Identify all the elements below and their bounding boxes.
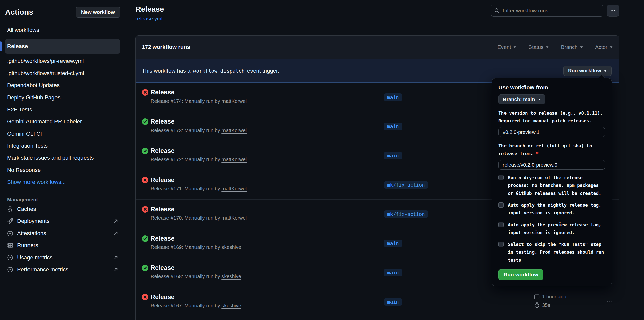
- ref-field-label: The branch or ref (full git sha) to rele…: [498, 142, 605, 157]
- run-workflow-submit-button[interactable]: Run workflow: [498, 269, 543, 280]
- success-status-icon: [142, 235, 148, 242]
- version-input[interactable]: [498, 127, 605, 137]
- run-description-text: Release #167: Manually run by: [151, 303, 221, 308]
- run-workflow-dropdown-label: Run workflow: [568, 68, 601, 74]
- sidebar-item-mark-stale-issues-and-pull-requests[interactable]: Mark stale issues and pull requests: [5, 152, 120, 164]
- run-title-link[interactable]: Release: [151, 293, 241, 301]
- run-summary: ReleaseRelease #167: Manually run by ske…: [151, 295, 241, 309]
- sidebar-item-deploy-github-pages[interactable]: Deploy GitHub Pages: [5, 91, 120, 104]
- checkbox[interactable]: [498, 222, 504, 227]
- sidebar-item-dependabot-updates[interactable]: Dependabot Updates: [5, 79, 120, 91]
- sidebar-item-github-workflows-pr-review-yml[interactable]: .github/workflows/pr-review.yml: [5, 55, 120, 67]
- run-title-link[interactable]: Release: [151, 235, 241, 242]
- workflow-name: Gemini CLI CI: [7, 131, 42, 137]
- management-section-label: Management: [5, 196, 120, 203]
- run-title-link[interactable]: Release: [151, 147, 247, 154]
- new-workflow-button[interactable]: New workflow: [76, 7, 120, 18]
- actor-link[interactable]: mattKorwel: [221, 127, 247, 133]
- filter-runs-input[interactable]: [491, 5, 603, 17]
- run-description: Release #168: Manually run by skeshive: [151, 274, 241, 279]
- management-nav: CachesDeploymentsAttestationsRunnersUsag…: [5, 203, 120, 276]
- sidebar-item-usage-metrics[interactable]: Usage metrics: [5, 251, 120, 264]
- checkbox-label: Run a dry-run of the release process; no…: [508, 174, 605, 197]
- run-title-link[interactable]: Release: [151, 89, 247, 96]
- sidebar-item-all-workflows[interactable]: All workflows: [5, 25, 120, 36]
- run-summary: ReleaseRelease #174: Manually run by mat…: [151, 90, 247, 104]
- sidebar-header: Actions New workflow: [5, 6, 120, 18]
- run-workflow-popup: Use workflow from Branch: main The versi…: [492, 78, 612, 286]
- actor-link[interactable]: mattKorwel: [221, 157, 247, 162]
- branch-selector-label: Branch: main: [503, 97, 535, 102]
- version-field-label: The version to release (e.g., v0.1.11). …: [498, 109, 605, 125]
- workflow-title: Release: [135, 5, 164, 14]
- sidebar-item-runners[interactable]: Runners: [5, 239, 120, 251]
- management-item-label: Runners: [17, 242, 38, 249]
- actor-link[interactable]: skeshive: [221, 244, 241, 250]
- checkbox[interactable]: [498, 242, 504, 247]
- checkbox-label: Auto apply the nightly release tag, inpu…: [508, 201, 605, 217]
- filter-label: Branch: [561, 44, 578, 50]
- run-duration: 35s: [542, 302, 550, 308]
- run-duration-line: 35s: [534, 301, 566, 309]
- run-title-link[interactable]: Release: [151, 206, 247, 213]
- sidebar-item-attestations[interactable]: Attestations: [5, 227, 120, 239]
- filter-branch[interactable]: Branch: [561, 44, 583, 50]
- branch-badge[interactable]: main: [384, 152, 402, 159]
- sidebar-item-no-response[interactable]: No Response: [5, 164, 120, 176]
- sidebar-divider: [4, 191, 122, 191]
- actor-link[interactable]: mattKorwel: [221, 186, 247, 191]
- sidebar-item-caches[interactable]: Caches: [5, 203, 120, 215]
- sidebar-item-deployments[interactable]: Deployments: [5, 215, 120, 227]
- sidebar-item-github-workflows-trusted-ci-yml[interactable]: .github/workflows/trusted-ci.yml: [5, 67, 120, 79]
- run-title-link[interactable]: Release: [151, 118, 247, 125]
- failure-status-icon: [142, 89, 148, 96]
- sidebar-divider: [4, 36, 122, 36]
- actor-link[interactable]: skeshive: [221, 274, 241, 279]
- run-summary: ReleaseRelease #168: Manually run by ske…: [151, 266, 241, 279]
- actor-link[interactable]: mattKorwel: [221, 98, 247, 104]
- filter-event[interactable]: Event: [497, 44, 516, 50]
- run-description-text: Release #173: Manually run by: [151, 127, 221, 133]
- meter-icon: [7, 254, 13, 261]
- run-description-text: Release #174: Manually run by: [151, 98, 221, 104]
- branch-badge[interactable]: main: [384, 123, 402, 130]
- filter-label: Actor: [595, 44, 607, 50]
- run-description: Release #171: Manually run by mattKorwel: [151, 186, 247, 192]
- management-item-label: Deployments: [17, 218, 49, 225]
- run-description-text: Release #169: Manually run by: [151, 244, 221, 250]
- branch-selector-button[interactable]: Branch: main: [498, 94, 545, 104]
- sidebar-item-performance-metrics[interactable]: Performance metrics: [5, 264, 120, 276]
- run-title-link[interactable]: Release: [151, 264, 241, 271]
- branch-badge[interactable]: mk/fix-action: [384, 181, 428, 189]
- branch-badge[interactable]: main: [384, 269, 402, 276]
- sidebar-item-release[interactable]: Release: [5, 39, 120, 54]
- sidebar-item-integration-tests[interactable]: Integration Tests: [5, 140, 120, 152]
- branch-badge[interactable]: main: [384, 240, 402, 247]
- run-workflow-dropdown-button[interactable]: Run workflow: [563, 66, 612, 76]
- filter-status[interactable]: Status: [528, 44, 549, 50]
- show-more-workflows-link[interactable]: Show more workflows...: [5, 176, 120, 188]
- kebab-icon[interactable]: [606, 299, 612, 305]
- sidebar-item-gemini-automated-pr-labeler[interactable]: Gemini Automated PR Labeler: [5, 116, 120, 128]
- sidebar-item-gemini-cli-ci[interactable]: Gemini CLI CI: [5, 128, 120, 140]
- branch-badge[interactable]: main: [384, 298, 402, 306]
- actor-link[interactable]: mattKorwel: [221, 215, 247, 221]
- run-title-link[interactable]: Release: [151, 176, 247, 184]
- branch-badge[interactable]: mk/fix-action: [384, 210, 428, 218]
- workflow-name: .github/workflows/trusted-ci.yml: [7, 70, 84, 77]
- selected-accent-bar: [0, 41, 2, 51]
- checkbox[interactable]: [498, 202, 504, 208]
- workflow-options-button[interactable]: [607, 5, 619, 17]
- ref-input[interactable]: [498, 160, 605, 170]
- run-description: Release #169: Manually run by skeshive: [151, 244, 241, 250]
- runs-filters: EventStatusBranchActor: [497, 44, 613, 50]
- checkbox[interactable]: [498, 175, 504, 180]
- filter-actor[interactable]: Actor: [595, 44, 613, 50]
- actor-link[interactable]: skeshive: [221, 303, 241, 308]
- workflow-file-link[interactable]: release.yml: [135, 16, 162, 22]
- external-link-icon: [113, 255, 119, 260]
- chevron-down-icon: [513, 46, 516, 48]
- sidebar-item-e2e-tests[interactable]: E2E Tests: [5, 104, 120, 116]
- run-summary: ReleaseRelease #171: Manually run by mat…: [151, 178, 247, 192]
- branch-badge[interactable]: main: [384, 93, 402, 101]
